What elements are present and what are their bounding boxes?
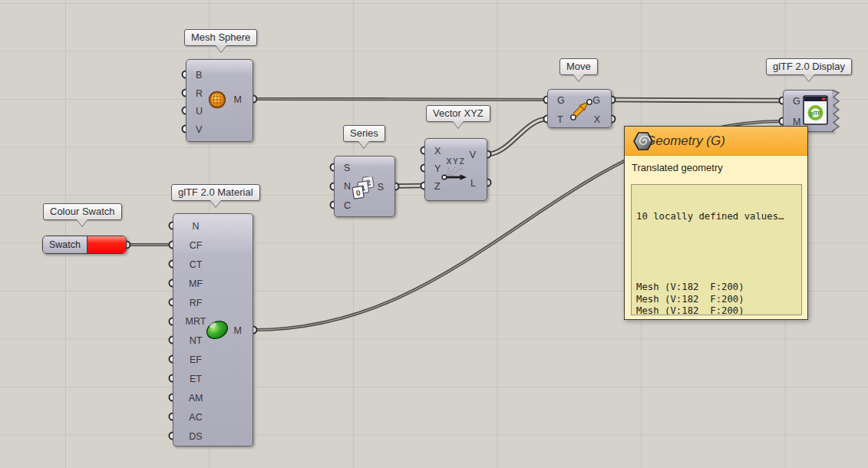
- tooltip-list-header: 10 locally defined values…: [636, 211, 801, 222]
- input-port-label: N: [344, 181, 351, 192]
- input-port-label: G: [557, 95, 565, 106]
- input-port-label: AM: [189, 393, 203, 404]
- mesh-sphere-tag: Mesh Sphere: [184, 29, 257, 46]
- gltf-display-torn-edge: [832, 90, 844, 133]
- tooltip-header: Geometry (G): [625, 127, 807, 156]
- colour-swatch-tag: Colour Swatch: [43, 203, 122, 220]
- input-port-label: B: [196, 70, 202, 81]
- swatch-color-well[interactable]: [87, 236, 126, 253]
- tooltip-list-items: Mesh (V:182 F:200)Mesh (V:182 F:200)Mesh…: [636, 246, 801, 315]
- tooltip-value-list: 10 locally defined values… Mesh (V:182 F…: [631, 184, 802, 315]
- input-port-label: V: [196, 124, 202, 135]
- move-tag: Move: [559, 58, 598, 75]
- input-port-label: R: [196, 88, 203, 99]
- input-port-label: S: [344, 163, 350, 173]
- gltf-display-icon: glTF: [803, 95, 830, 127]
- input-port-label: RF: [190, 298, 203, 308]
- output-port-label: M: [234, 94, 242, 105]
- wire-move-to-display-core: [612, 100, 783, 101]
- mesh-sphere-outputs: M: [234, 91, 252, 109]
- series-component[interactable]: SNC S 2 1 0: [334, 156, 395, 217]
- tooltip-list-item: Mesh (V:182 F:200): [636, 294, 801, 305]
- mesh-sphere-inputs: BRUV: [186, 66, 203, 139]
- vector-xyz-icon: XYZ: [439, 156, 474, 185]
- input-port-label: DS: [189, 431, 202, 442]
- gltf-display-tag: glTF 2.0 Display: [766, 58, 852, 75]
- input-port-label: X: [434, 146, 441, 157]
- move-inputs: GT: [548, 91, 565, 130]
- series-icon: 2 1 0: [351, 176, 378, 201]
- input-port-label: G: [793, 96, 800, 107]
- mesh-sphere-component[interactable]: BRUV M: [186, 59, 253, 142]
- parameter-tooltip: Geometry (G) Translated geometry 10 loca…: [624, 126, 808, 320]
- series-tag: Series: [343, 125, 385, 142]
- input-port-label: CF: [190, 240, 203, 251]
- input-port-label: U: [196, 106, 203, 117]
- mesh-sphere-icon: [208, 91, 226, 109]
- gltf-material-outputs: M: [234, 321, 252, 341]
- vector-xyz-tag: Vector XYZ: [426, 105, 490, 122]
- input-port-label: C: [344, 200, 351, 211]
- grasshopper-canvas[interactable]: Mesh Sphere BRUV M Colour Swat: [0, 0, 868, 468]
- wire-vector-to-move-core: [487, 119, 547, 154]
- gltf-logo-label: glTF: [810, 110, 821, 117]
- tooltip-list-item: Mesh (V:182 F:200): [636, 305, 801, 315]
- vector-xyz-icon-label: XYZ: [447, 157, 466, 166]
- output-port-label: M: [234, 325, 242, 336]
- input-port-label: ET: [190, 374, 202, 384]
- input-port-label: MRT: [186, 316, 206, 327]
- gltf-material-tag: glTF 2.0 Material: [171, 184, 260, 201]
- input-port-label: T: [557, 114, 563, 125]
- tooltip-description: Translated geometry: [632, 162, 807, 173]
- input-port-label: AC: [189, 412, 202, 423]
- input-port-label: NT: [190, 335, 203, 346]
- input-port-label: EF: [190, 354, 202, 365]
- tooltip-list-item: Mesh (V:182 F:200): [636, 282, 801, 293]
- gltf-material-component[interactable]: NCFCTMFRFMRTNTEFETAMACDS M: [173, 213, 253, 447]
- move-arrow-icon: [566, 95, 596, 124]
- geometry-icon: [632, 130, 654, 152]
- input-port-label: CT: [190, 259, 203, 270]
- series-inputs: SNC: [335, 159, 351, 216]
- vector-xyz-component[interactable]: XYZ VL XYZ: [424, 138, 487, 201]
- swatch-label: Swatch: [43, 236, 87, 253]
- series-outputs: S: [378, 178, 394, 197]
- move-component[interactable]: GT GX: [547, 89, 612, 128]
- material-bean-icon: [204, 317, 232, 343]
- colour-swatch-component[interactable]: Swatch: [42, 236, 127, 254]
- input-port-label: N: [192, 221, 199, 232]
- tooltip-title: Geometry (G): [645, 133, 725, 149]
- input-port-label: MF: [189, 278, 203, 289]
